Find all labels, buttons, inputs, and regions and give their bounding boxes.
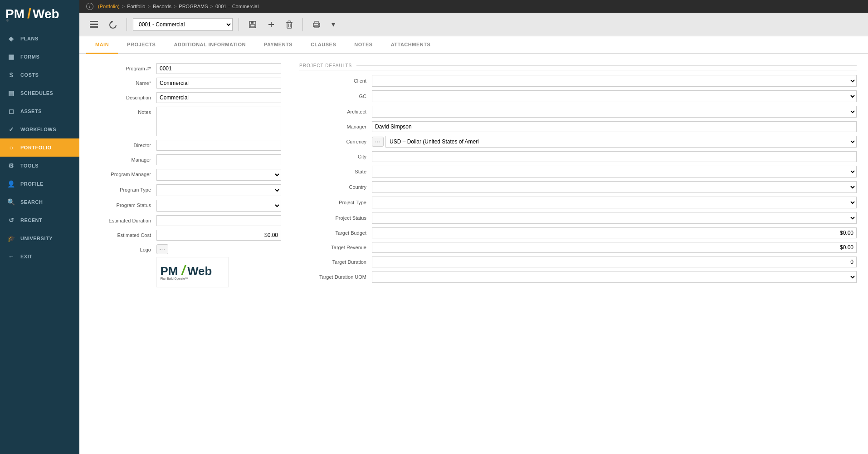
forms-icon: ▦	[7, 52, 16, 61]
description-row: Description	[91, 92, 281, 103]
tools-icon: ⚙	[7, 161, 16, 170]
architect-label: Architect	[299, 109, 372, 114]
sidebar-item-assets[interactable]: ◻ ASSETS	[0, 102, 79, 120]
info-icon[interactable]: i	[86, 3, 93, 10]
plans-icon: ◈	[7, 34, 16, 43]
sidebar-item-forms[interactable]: ▦ FORMS	[0, 48, 79, 66]
toolbar-divider-2	[239, 18, 239, 31]
notes-row: Notes	[91, 107, 281, 136]
print-button[interactable]	[309, 19, 324, 30]
estimated-cost-input[interactable]	[156, 230, 281, 241]
program-type-select[interactable]	[156, 184, 281, 196]
director-row: Director	[91, 140, 281, 151]
project-status-select[interactable]	[372, 212, 857, 224]
breadcrumb-current: 0001 – Commercial	[215, 4, 258, 9]
country-row: Country	[299, 181, 857, 193]
name-row: Name*	[91, 78, 281, 89]
program-status-select[interactable]	[156, 200, 281, 212]
target-duration-input[interactable]	[372, 257, 857, 267]
architect-select[interactable]	[372, 106, 857, 118]
gc-select[interactable]	[372, 90, 857, 102]
program-manager-select[interactable]	[156, 169, 281, 181]
manager-input[interactable]	[156, 154, 281, 165]
svg-text:Plan Build Operate™: Plan Build Operate™	[161, 277, 188, 281]
sidebar-item-costs[interactable]: $ COSTS	[0, 66, 79, 84]
target-duration-uom-label: Target Duration UOM	[299, 274, 372, 280]
undo-button[interactable]	[105, 18, 121, 31]
breadcrumb-portfolio-link[interactable]: (Portfolio)	[98, 4, 120, 9]
logo-label: Logo	[91, 244, 156, 252]
tab-main[interactable]: MAIN	[86, 36, 118, 54]
estimated-duration-input[interactable]	[156, 215, 281, 226]
svg-text:Web: Web	[33, 7, 59, 21]
country-select[interactable]	[372, 181, 857, 193]
tab-attachments[interactable]: ATTACHMENTS	[382, 36, 440, 54]
target-duration-uom-select[interactable]	[372, 271, 857, 283]
right-manager-row: Manager	[299, 121, 857, 132]
profile-icon: 👤	[7, 179, 16, 188]
tab-notes[interactable]: NOTES	[345, 36, 381, 54]
svg-rect-9	[251, 21, 254, 24]
currency-dots-button[interactable]: ···	[372, 137, 384, 147]
target-revenue-input[interactable]	[372, 242, 857, 253]
sidebar-item-tools[interactable]: ⚙ TOOLS	[0, 157, 79, 175]
sidebar-item-workflows[interactable]: ✓ WORKFLOWS	[0, 120, 79, 138]
sidebar-item-university[interactable]: 🎓 UNIVERSITY	[0, 229, 79, 247]
target-budget-input[interactable]	[372, 227, 857, 238]
right-manager-input[interactable]	[372, 121, 857, 132]
target-revenue-row: Target Revenue	[299, 242, 857, 253]
tab-clauses[interactable]: CLAUSES	[302, 36, 345, 54]
description-input[interactable]	[156, 92, 281, 103]
program-number-input[interactable]	[156, 63, 281, 74]
tab-projects[interactable]: PROJECTS	[118, 36, 165, 54]
project-status-row: Project Status	[299, 212, 857, 224]
sidebar-item-exit[interactable]: ← EXIT	[0, 247, 79, 266]
city-input[interactable]	[372, 151, 857, 162]
svg-marker-7	[111, 21, 113, 23]
program-type-row: Program Type	[91, 184, 281, 196]
tabs: MAIN PROJECTS ADDITIONAL INFORMATION PAY…	[79, 36, 868, 54]
delete-button[interactable]	[282, 18, 297, 31]
target-duration-label: Target Duration	[299, 259, 372, 265]
sidebar-item-search[interactable]: 🔍 SEARCH	[0, 193, 79, 211]
city-label: City	[299, 154, 372, 159]
breadcrumb-programs: PROGRAMS	[179, 4, 208, 9]
sidebar-item-portfolio[interactable]: ○ PORTFOLIO	[0, 138, 79, 157]
sidebar: PM / Web ® ◈ PLANS ▦ FORMS $ COSTS ▤ SCH…	[0, 0, 79, 454]
tab-additional[interactable]: ADDITIONAL INFORMATION	[165, 36, 254, 54]
project-status-label: Project Status	[299, 215, 372, 221]
notes-input[interactable]	[156, 107, 281, 136]
gc-label: GC	[299, 94, 372, 99]
sidebar-item-plans[interactable]: ◈ PLANS	[0, 30, 79, 48]
logo-dots-button[interactable]: ···	[156, 244, 168, 254]
tab-payments[interactable]: PAYMENTS	[255, 36, 302, 54]
currency-select[interactable]: USD – Dollar (United States of Ameri	[385, 136, 857, 148]
list-button[interactable]	[86, 19, 102, 30]
add-button[interactable]	[264, 19, 278, 30]
record-selector[interactable]: 0001 - Commercial	[133, 18, 233, 31]
gc-row: GC	[299, 90, 857, 102]
recent-icon: ↺	[7, 216, 16, 225]
sidebar-item-recent[interactable]: ↺ RECENT	[0, 211, 79, 229]
program-number-label: Program #*	[91, 63, 156, 71]
program-manager-row: Program Manager	[91, 169, 281, 181]
svg-text:®: ®	[6, 19, 9, 22]
state-select[interactable]	[372, 166, 857, 178]
director-input[interactable]	[156, 140, 281, 151]
svg-rect-15	[288, 21, 291, 22]
breadcrumb-sep-3: >	[174, 4, 176, 9]
sidebar-item-profile[interactable]: 👤 PROFILE	[0, 175, 79, 193]
program-status-row: Program Status	[91, 200, 281, 212]
top-bar: i (Portfolio) > Portfolio > Records > PR…	[79, 0, 868, 13]
project-type-label: Project Type	[299, 200, 372, 205]
save-button[interactable]	[245, 18, 260, 31]
architect-row: Architect	[299, 106, 857, 118]
print-dropdown-button[interactable]: ▾	[328, 18, 339, 31]
sidebar-item-schedules[interactable]: ▤ SCHEDULES	[0, 84, 79, 102]
country-label: Country	[299, 184, 372, 190]
logo-area: PM / Web ®	[0, 0, 79, 27]
project-type-select[interactable]	[372, 197, 857, 208]
client-select[interactable]	[372, 75, 857, 87]
toolbar-divider-1	[127, 18, 127, 31]
name-input[interactable]	[156, 78, 281, 89]
